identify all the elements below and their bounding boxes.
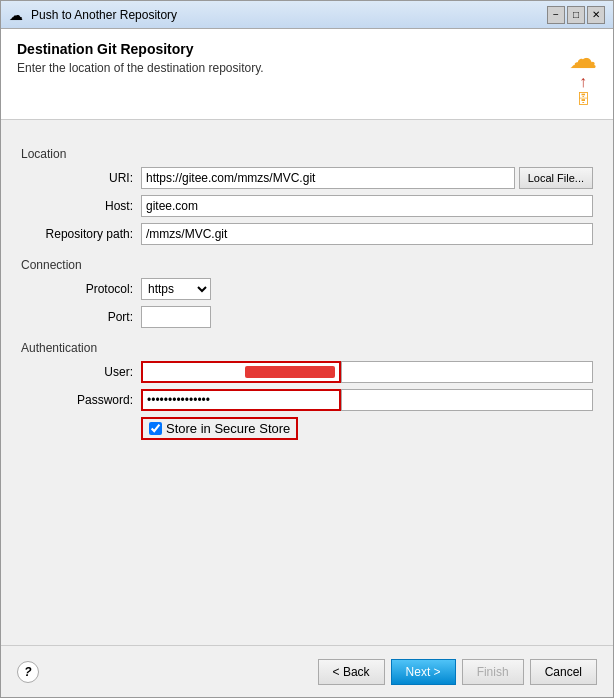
header-subtitle: Enter the location of the destination re… [17,61,264,75]
auth-section-label: Authentication [21,340,593,355]
repo-path-label: Repository path: [21,227,141,241]
password-input[interactable] [143,391,339,409]
finish-button[interactable]: Finish [462,659,524,685]
cancel-button[interactable]: Cancel [530,659,597,685]
next-button[interactable]: Next > [391,659,456,685]
main-window: ☁ Push to Another Repository − □ ✕ Desti… [0,0,614,698]
location-section-label: Location [21,146,593,161]
window-title: Push to Another Repository [31,8,547,22]
header-icon-group: ☁ ↑ 🗄 [569,45,597,107]
content-area: Location URI: Local File... Host: gitee.… [1,120,613,645]
port-label: Port: [21,310,141,324]
header-title: Destination Git Repository [17,41,264,57]
protocol-select[interactable]: https http ssh [141,278,211,300]
local-file-button[interactable]: Local File... [519,167,593,189]
connection-section-label: Connection [21,257,593,272]
repo-path-row: Repository path: /mmzs/MVC.git [21,223,593,245]
store-checkbox-row: Store in Secure Store [141,417,593,440]
cloud-icon: ☁ [569,45,597,73]
footer: ? < Back Next > Finish Cancel [1,645,613,697]
host-label: Host: [21,199,141,213]
user-row: User: [21,361,593,383]
header: Destination Git Repository Enter the loc… [1,29,613,120]
uri-input[interactable] [141,167,515,189]
upload-arrow-icon: ↑ [579,73,587,91]
port-row: Port: [21,306,593,328]
window-icon: ☁ [9,7,25,23]
header-text: Destination Git Repository Enter the loc… [17,41,264,75]
protocol-row: Protocol: https http ssh [21,278,593,300]
window-controls: − □ ✕ [547,6,605,24]
restore-button[interactable]: □ [567,6,585,24]
help-button[interactable]: ? [17,661,39,683]
user-input-highlighted-container [141,361,341,383]
port-input[interactable] [141,306,211,328]
password-input-highlighted-container [141,389,341,411]
uri-label: URI: [21,171,141,185]
minimize-button[interactable]: − [547,6,565,24]
repo-path-value: /mmzs/MVC.git [141,223,593,245]
user-input[interactable] [143,363,245,381]
footer-left: ? [17,661,39,683]
database-icon: 🗄 [576,91,590,107]
close-button[interactable]: ✕ [587,6,605,24]
password-row: Password: [21,389,593,411]
footer-right: < Back Next > Finish Cancel [318,659,597,685]
password-label: Password: [21,393,141,407]
protocol-label: Protocol: [21,282,141,296]
title-bar: ☁ Push to Another Repository − □ ✕ [1,1,613,29]
user-input-extra[interactable] [341,361,593,383]
user-redacted-bar [245,366,335,378]
back-button[interactable]: < Back [318,659,385,685]
password-input-extra[interactable] [341,389,593,411]
store-label: Store in Secure Store [166,421,290,436]
store-checkbox-highlighted: Store in Secure Store [141,417,298,440]
store-checkbox[interactable] [149,422,162,435]
host-row: Host: gitee.com [21,195,593,217]
host-value: gitee.com [141,195,593,217]
uri-row: URI: Local File... [21,167,593,189]
user-label: User: [21,365,141,379]
